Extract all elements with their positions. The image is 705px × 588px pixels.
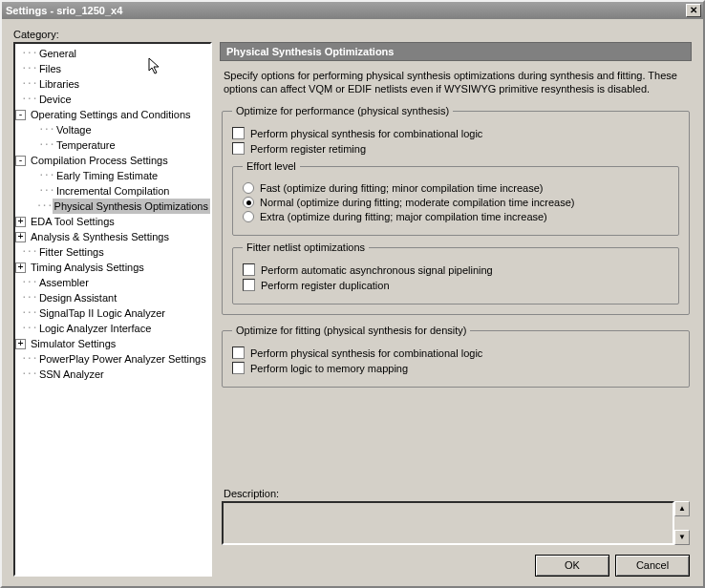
tree-item-assembler[interactable]: ···Assembler	[15, 275, 210, 290]
group-effort-legend: Effort level	[243, 160, 300, 172]
tree-item-device[interactable]: ···Device	[15, 92, 210, 107]
cancel-button[interactable]: Cancel	[615, 555, 690, 577]
radio-icon	[243, 211, 254, 222]
collapse-icon[interactable]: -	[15, 156, 26, 166]
scroll-up-icon[interactable]: ▲	[674, 501, 690, 516]
tree-item-ssn[interactable]: ···SSN Analyzer	[15, 367, 210, 382]
expand-icon[interactable]: +	[15, 262, 26, 273]
tree-item-analysis[interactable]: +Analysis & Synthesis Settings	[15, 229, 210, 244]
group-performance: Optimize for performance (physical synth…	[222, 105, 690, 315]
tree-item-eda[interactable]: +EDA Tool Settings	[15, 214, 210, 229]
group-effort: Effort level Fast (optimize during fitti…	[232, 160, 679, 236]
tree-item-incremental[interactable]: ···Incremental Compilation	[15, 183, 210, 199]
tree-item-general[interactable]: ···General	[15, 46, 210, 61]
checkbox-icon	[243, 279, 255, 291]
group-density: Optimize for fitting (physical synthesis…	[222, 325, 690, 388]
checkbox-icon	[243, 263, 255, 276]
close-icon[interactable]: ✕	[686, 4, 701, 17]
tree-item-simulator[interactable]: +Simulator Settings	[15, 336, 210, 351]
radio-effort-fast[interactable]: Fast (optimize during fitting; minor com…	[243, 182, 669, 194]
checkbox-fitter-duplication[interactable]: Perform register duplication	[243, 279, 669, 291]
tree-item-timing[interactable]: +Timing Analysis Settings	[15, 260, 210, 275]
tree-item-operating[interactable]: -Operating Settings and Conditions	[15, 107, 210, 122]
tree-item-files[interactable]: ···Files	[15, 61, 210, 76]
panel-intro: Specify options for performing physical …	[224, 69, 688, 95]
titlebar: Settings - srio_1250_x4 ✕	[2, 2, 703, 19]
tree-item-phys-synth[interactable]: ···Physical Synthesis Optimizations	[15, 199, 210, 214]
checkbox-perf-retiming[interactable]: Perform register retiming	[232, 142, 679, 155]
checkbox-density-memory[interactable]: Perform logic to memory mapping	[232, 362, 679, 374]
checkbox-icon	[232, 127, 245, 139]
panel-title: Physical Synthesis Optimizations	[220, 42, 692, 61]
settings-window: Settings - srio_1250_x4 ✕ Category: ···G…	[0, 0, 705, 588]
tree-item-early-timing[interactable]: ···Early Timing Estimate	[15, 168, 210, 183]
checkbox-icon	[232, 362, 245, 374]
tree-item-compilation[interactable]: -Compilation Process Settings	[15, 153, 210, 168]
radio-icon	[243, 197, 254, 208]
tree-item-temperature[interactable]: ···Temperature	[15, 137, 210, 153]
ok-button[interactable]: OK	[535, 555, 609, 577]
tree-item-logic-analyzer[interactable]: ···Logic Analyzer Interface	[15, 321, 210, 336]
window-title: Settings - srio_1250_x4	[4, 5, 686, 16]
category-tree[interactable]: ···General ···Files ···Libraries ···Devi…	[13, 42, 212, 577]
checkbox-fitter-pipelining[interactable]: Perform automatic asynchronous signal pi…	[243, 263, 669, 276]
group-density-legend: Optimize for fitting (physical synthesis…	[232, 325, 470, 336]
radio-icon	[243, 182, 254, 194]
category-label: Category:	[13, 29, 692, 40]
radio-effort-normal[interactable]: Normal (optimize during fitting; moderat…	[243, 197, 669, 208]
collapse-icon[interactable]: -	[15, 110, 26, 120]
expand-icon[interactable]: +	[15, 339, 26, 349]
expand-icon[interactable]: +	[15, 217, 26, 227]
settings-panel: Physical Synthesis Optimizations Specify…	[220, 42, 692, 577]
checkbox-density-combinational[interactable]: Perform physical synthesis for combinati…	[232, 346, 679, 359]
group-fitter-legend: Fitter netlist optimizations	[243, 242, 369, 253]
group-fitter-netlist: Fitter netlist optimizations Perform aut…	[232, 242, 679, 304]
tree-item-voltage[interactable]: ···Voltage	[15, 122, 210, 137]
description-scrollbar[interactable]: ▲ ▼	[674, 501, 690, 545]
checkbox-icon	[232, 142, 245, 155]
tree-item-fitter[interactable]: ···Fitter Settings	[15, 244, 210, 260]
radio-effort-extra[interactable]: Extra (optimize during fitting; major co…	[243, 211, 669, 222]
scroll-down-icon[interactable]: ▼	[674, 530, 690, 545]
description-textarea[interactable]	[222, 501, 674, 545]
tree-item-libraries[interactable]: ···Libraries	[15, 76, 210, 92]
tree-item-powerplay[interactable]: ···PowerPlay Power Analyzer Settings	[15, 351, 210, 367]
group-performance-legend: Optimize for performance (physical synth…	[232, 105, 453, 116]
description-label: Description:	[224, 488, 688, 499]
expand-icon[interactable]: +	[15, 232, 26, 242]
tree-item-design-assistant[interactable]: ···Design Assistant	[15, 290, 210, 305]
checkbox-icon	[232, 346, 245, 359]
tree-item-signaltap[interactable]: ···SignalTap II Logic Analyzer	[15, 305, 210, 321]
checkbox-perf-combinational[interactable]: Perform physical synthesis for combinati…	[232, 127, 679, 139]
